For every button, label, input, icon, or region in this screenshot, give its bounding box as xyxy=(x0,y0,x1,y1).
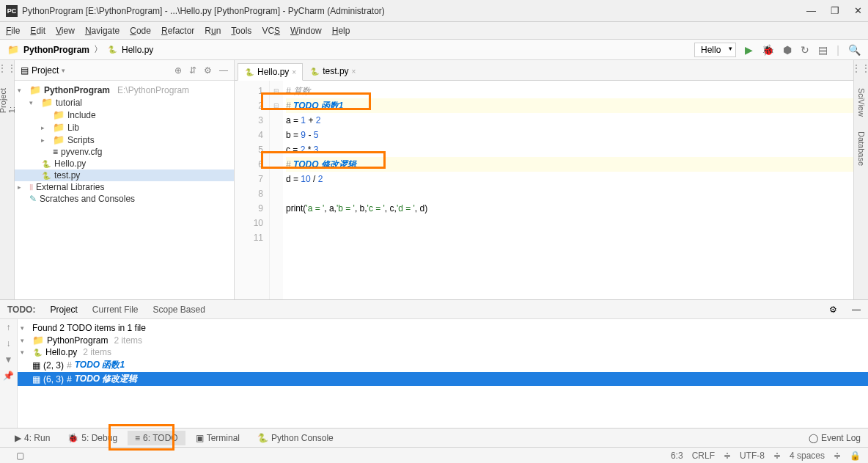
status-bar: ▢ 6:3 CRLF≑ UTF-8≑ 4 spaces≑ 🔒 xyxy=(0,447,868,463)
fold-gutter: ⊟⊟ xyxy=(270,81,283,299)
run-config-selector[interactable]: Hello xyxy=(694,43,736,57)
sidebar-tab-sciview[interactable]: SciView xyxy=(857,88,866,117)
tree-scratches[interactable]: ✎Scratches and Consoles xyxy=(15,193,234,205)
run-icon[interactable]: ▶ xyxy=(745,44,753,56)
tree-external-libraries[interactable]: ▸⫴External Libraries xyxy=(15,181,234,193)
tree-file-pyvenv[interactable]: ≡pyvenv.cfg xyxy=(15,146,234,158)
tree-file-hello[interactable]: 🐍Hello.py xyxy=(15,158,234,169)
tab-test[interactable]: 🐍test.py× xyxy=(303,62,362,80)
menu-bar: File Edit View Navigate Code Refactor Ru… xyxy=(0,22,868,40)
todo-item-1[interactable]: ▦(2, 3) # TODO 函数1 xyxy=(18,358,868,372)
menu-edit[interactable]: Edit xyxy=(30,26,45,36)
todo-tab-scope[interactable]: Scope Based xyxy=(153,305,205,315)
todo-tab-project[interactable]: Project xyxy=(50,305,77,315)
title-bar: PC PythonProgram [E:\PythonProgram] - ..… xyxy=(0,0,868,22)
coverage-icon[interactable]: ⬢ xyxy=(783,44,792,56)
menu-file[interactable]: File xyxy=(6,26,20,36)
hide-icon[interactable]: — xyxy=(219,65,228,76)
line-number-gutter: 1234567891011 xyxy=(235,81,270,299)
menu-vcs[interactable]: VCS xyxy=(262,26,280,36)
todo-project-node[interactable]: ▾📁PythonProgram2 items xyxy=(18,334,868,346)
right-tool-strip: ⋮⋮ SciView Database xyxy=(853,60,868,299)
btab-pyconsole[interactable]: 🐍 Python Console xyxy=(250,431,341,445)
menu-help[interactable]: Help xyxy=(332,26,350,36)
todo-item-2[interactable]: ▦(6, 3) # TODO 修改逻辑 xyxy=(18,372,868,386)
window-title: PythonProgram [E:\PythonProgram] - ...\H… xyxy=(22,6,806,16)
down-icon[interactable]: ↓ xyxy=(7,338,11,349)
btab-debug[interactable]: 🐞 5: Debug xyxy=(60,431,125,445)
search-icon[interactable]: 🔍 xyxy=(848,44,861,56)
sidebar-tab-project[interactable]: 1: Project xyxy=(0,88,16,113)
minimize-button[interactable]: — xyxy=(806,5,816,16)
btab-terminal[interactable]: ▣ Terminal xyxy=(188,431,247,445)
pin-icon[interactable]: 📌 xyxy=(3,371,14,381)
status-lock-icon[interactable]: 🔒 xyxy=(850,451,861,461)
btab-run[interactable]: ▶ 4: Run xyxy=(7,431,57,445)
sidebar-tab-database[interactable]: Database xyxy=(857,131,866,166)
close-button[interactable]: ✕ xyxy=(854,5,862,16)
tab-hello[interactable]: 🐍Hello.py× xyxy=(238,63,303,81)
editor-tabs: 🐍Hello.py× 🐍test.py× xyxy=(235,60,853,81)
up-icon[interactable]: ↑ xyxy=(7,322,11,332)
breadcrumb-root[interactable]: PythonProgram xyxy=(23,45,89,55)
hide-icon[interactable]: — xyxy=(852,305,861,315)
todo-panel-title: TODO: xyxy=(7,305,35,315)
tree-folder-scripts[interactable]: ▸📁Scripts xyxy=(15,134,234,146)
tree-folder-lib[interactable]: ▸📁Lib xyxy=(15,121,234,134)
folder-icon: 📁 xyxy=(7,44,19,55)
gear-icon[interactable]: ⚙ xyxy=(829,305,837,315)
project-tree[interactable]: ▾📁PythonProgramE:\PythonProgram ▾📁tutori… xyxy=(15,81,234,299)
editor: 🐍Hello.py× 🐍test.py× 1234567891011 ⊟⊟ # … xyxy=(235,60,853,299)
status-icon[interactable]: ▢ xyxy=(16,451,24,461)
menu-tools[interactable]: Tools xyxy=(231,26,251,36)
menu-view[interactable]: View xyxy=(56,26,75,36)
todo-toolbar: ↑ ↓ ▼ 📌 xyxy=(0,319,18,428)
target-icon[interactable]: ⊕ xyxy=(174,65,182,76)
todo-tree[interactable]: ▾Found 2 TODO items in 1 file ▾📁PythonPr… xyxy=(18,319,868,428)
close-icon[interactable]: × xyxy=(292,68,296,76)
code-content[interactable]: # 算数 # TODO 函数1 a = 1 + 2 b = 9 - 5 c = … xyxy=(283,81,853,299)
breadcrumb-file[interactable]: Hello.py xyxy=(122,45,153,55)
btab-event-log[interactable]: ◯ Event Log xyxy=(809,433,861,443)
left-tool-strip: ⋮⋮ 1: Project 7: Structure 2: Favorites xyxy=(0,60,15,299)
pycharm-icon: PC xyxy=(6,5,18,17)
menu-navigate[interactable]: Navigate xyxy=(85,26,119,36)
structure-icon[interactable]: ▤ xyxy=(818,44,828,56)
maximize-button[interactable]: ❐ xyxy=(831,5,839,16)
bottom-tool-tabs: ▶ 4: Run 🐞 5: Debug ≡ 6: TODO ▣ Terminal… xyxy=(0,428,868,447)
project-tool-window: ▤ Project ▾ ⊕ ⇵ ⚙ — ▾📁PythonProgramE:\Py… xyxy=(15,60,235,299)
todo-tab-current[interactable]: Current File xyxy=(92,305,139,315)
navigation-bar: 📁 PythonProgram 〉 🐍 Hello.py Hello ▶ 🐞 ⬢… xyxy=(0,40,868,60)
close-icon[interactable]: × xyxy=(352,68,356,76)
status-encoding[interactable]: UTF-8 xyxy=(740,451,765,461)
menu-code[interactable]: Code xyxy=(130,26,151,36)
project-header-label[interactable]: Project xyxy=(32,65,59,76)
separator: | xyxy=(836,44,839,56)
status-caret-position[interactable]: 6:3 xyxy=(671,451,683,461)
breadcrumb-separator: 〉 xyxy=(94,43,103,56)
debug-icon[interactable]: 🐞 xyxy=(762,44,774,56)
tree-project-root[interactable]: ▾📁PythonProgramE:\PythonProgram xyxy=(15,84,234,96)
menu-window[interactable]: Window xyxy=(290,26,322,36)
status-line-sep[interactable]: CRLF xyxy=(692,451,715,461)
status-indent[interactable]: 4 spaces xyxy=(790,451,825,461)
todo-tool-window: TODO: Project Current File Scope Based ⚙… xyxy=(0,299,868,428)
project-view-icon: ▤ xyxy=(21,65,29,76)
todo-summary[interactable]: ▾Found 2 TODO items in 1 file xyxy=(18,322,868,334)
tree-folder-include[interactable]: 📁Include xyxy=(15,109,234,121)
btab-todo[interactable]: ≡ 6: TODO xyxy=(128,431,185,445)
tree-file-test[interactable]: 🐍test.py xyxy=(15,169,234,181)
collapse-icon[interactable]: ⇵ xyxy=(189,65,196,76)
filter-icon[interactable]: ▼ xyxy=(4,354,13,365)
tree-folder-tutorial[interactable]: ▾📁tutorial xyxy=(15,96,234,109)
python-file-icon: 🐍 xyxy=(107,45,117,55)
profile-icon[interactable]: ↻ xyxy=(801,44,809,56)
menu-run[interactable]: Run xyxy=(205,26,221,36)
menu-refactor[interactable]: Refactor xyxy=(161,26,194,36)
drag-handle-icon[interactable]: ⋮⋮ xyxy=(852,63,869,73)
todo-file-node[interactable]: ▾🐍Hello.py2 items xyxy=(18,346,868,358)
gear-icon[interactable]: ⚙ xyxy=(204,65,212,76)
